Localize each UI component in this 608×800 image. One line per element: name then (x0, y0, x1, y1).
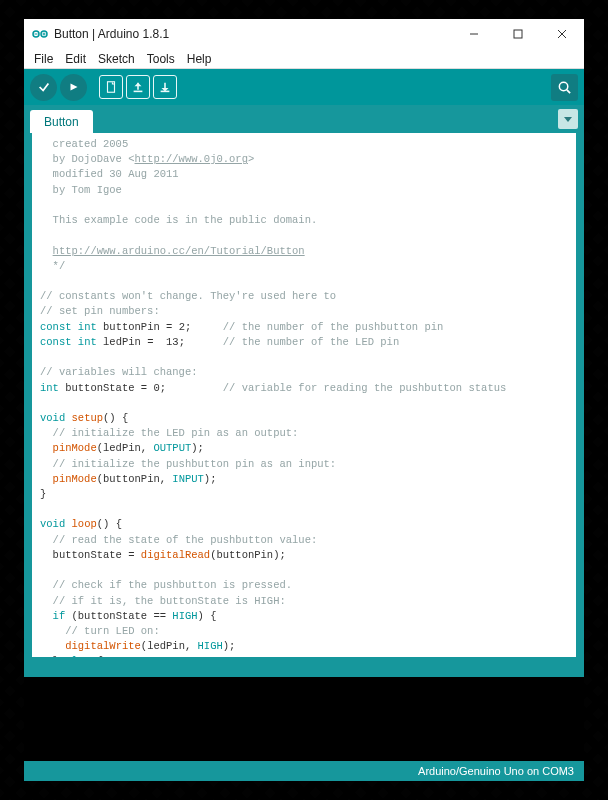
tab-button-sketch[interactable]: Button (30, 110, 93, 133)
menu-sketch[interactable]: Sketch (94, 50, 139, 68)
code-text: (buttonState == (65, 610, 172, 622)
code-text (40, 610, 53, 622)
menu-edit[interactable]: Edit (61, 50, 90, 68)
save-sketch-button[interactable] (153, 75, 177, 99)
app-window: Button | Arduino 1.8.1 File Edit Sketch … (24, 19, 584, 781)
minimize-button[interactable] (452, 19, 496, 49)
code-text: ); (223, 640, 236, 652)
code-text: ) { (198, 610, 217, 622)
svg-point-17 (559, 82, 567, 90)
code-text (40, 442, 53, 454)
code-text: by Tom Igoe (40, 184, 122, 196)
code-text: } (40, 488, 46, 500)
board-port-label: Arduino/Genuino Uno on COM3 (418, 765, 574, 777)
code-text (40, 473, 53, 485)
tab-menu-button[interactable] (558, 109, 578, 129)
code-text: setup (72, 412, 104, 424)
console-output[interactable] (24, 677, 584, 761)
svg-rect-6 (514, 30, 522, 38)
code-text: // turn LED on: (40, 625, 160, 637)
code-text: void (40, 412, 65, 424)
code-text: by DojoDave < (40, 153, 135, 165)
code-text: { (90, 655, 103, 657)
upload-button[interactable] (60, 74, 87, 101)
message-bar (24, 657, 584, 677)
code-text: (buttonPin, (97, 473, 173, 485)
code-text: // read the state of the pushbutton valu… (40, 534, 317, 546)
code-text: // variables will change: (40, 366, 198, 378)
code-text: const (40, 336, 72, 348)
code-text: void (40, 518, 65, 530)
code-text: ledPin = 13; (97, 336, 223, 348)
open-sketch-button[interactable] (126, 75, 150, 99)
app-logo-icon (32, 26, 48, 42)
code-text: pinMode (53, 473, 97, 485)
code-text: digitalRead (141, 549, 210, 561)
code-text: > (248, 153, 254, 165)
svg-marker-12 (135, 83, 142, 87)
code-text: else (65, 655, 90, 657)
code-text: // initialize the LED pin as an output: (40, 427, 298, 439)
code-text (40, 640, 65, 652)
code-text: int (40, 382, 59, 394)
code-text: if (53, 610, 66, 622)
code-text: // the number of the pushbutton pin (223, 321, 444, 333)
menu-file[interactable]: File (30, 50, 57, 68)
code-text: This example code is in the public domai… (40, 214, 317, 226)
code-text: // check if the pushbutton is pressed. (40, 579, 292, 591)
menu-tools[interactable]: Tools (143, 50, 179, 68)
titlebar: Button | Arduino 1.8.1 (24, 19, 584, 49)
code-text: } (40, 655, 65, 657)
code-text: pinMode (53, 442, 97, 454)
code-text: // variable for reading the pushbutton s… (223, 382, 507, 394)
code-text: (ledPin, (141, 640, 198, 652)
code-text: ); (191, 442, 204, 454)
code-text: int (78, 321, 97, 333)
code-text: loop (72, 518, 97, 530)
code-text: INPUT (172, 473, 204, 485)
code-link[interactable]: http://www.arduino.cc/en/Tutorial/Button (53, 245, 305, 257)
code-editor: created 2005 by DojoDave <http://www.0j0… (24, 133, 584, 657)
code-text: HIGH (172, 610, 197, 622)
toolbar (24, 69, 584, 105)
status-bar: Arduino/Genuino Uno on COM3 (24, 761, 584, 781)
code-text: buttonPin = 2; (97, 321, 223, 333)
code-text: () { (103, 412, 128, 424)
tab-row: Button (24, 105, 584, 133)
new-sketch-button[interactable] (99, 75, 123, 99)
code-text (40, 245, 53, 257)
code-text: buttonState = 0; (59, 382, 223, 394)
svg-marker-19 (564, 117, 572, 122)
code-link[interactable]: http://www.0j0.org (135, 153, 248, 165)
window-title: Button | Arduino 1.8.1 (54, 27, 169, 41)
code-text: HIGH (198, 640, 223, 652)
code-text: modified 30 Aug 2011 (40, 168, 179, 180)
code-text: (ledPin, (97, 442, 154, 454)
code-text: // constants won't change. They're used … (40, 290, 336, 302)
verify-button[interactable] (30, 74, 57, 101)
menubar: File Edit Sketch Tools Help (24, 49, 584, 69)
menu-help[interactable]: Help (183, 50, 216, 68)
code-text: digitalWrite (65, 640, 141, 652)
code-text: int (78, 336, 97, 348)
code-text: // if it is, the buttonState is HIGH: (40, 595, 286, 607)
maximize-button[interactable] (496, 19, 540, 49)
code-text: () { (97, 518, 122, 530)
code-text: // the number of the LED pin (223, 336, 399, 348)
svg-marker-9 (70, 84, 77, 91)
close-button[interactable] (540, 19, 584, 49)
code-text: created 2005 (40, 138, 128, 150)
code-text: OUTPUT (153, 442, 191, 454)
code-text: */ (40, 260, 65, 272)
code-text: // initialize the pushbutton pin as an i… (40, 458, 336, 470)
code-text: (buttonPin); (210, 549, 286, 561)
code-text: const (40, 321, 72, 333)
code-editor-content[interactable]: created 2005 by DojoDave <http://www.0j0… (32, 133, 576, 657)
serial-monitor-button[interactable] (551, 74, 578, 101)
code-text: // set pin numbers: (40, 305, 160, 317)
svg-line-18 (567, 89, 570, 92)
code-text: buttonState = (40, 549, 141, 561)
code-text: ); (204, 473, 217, 485)
